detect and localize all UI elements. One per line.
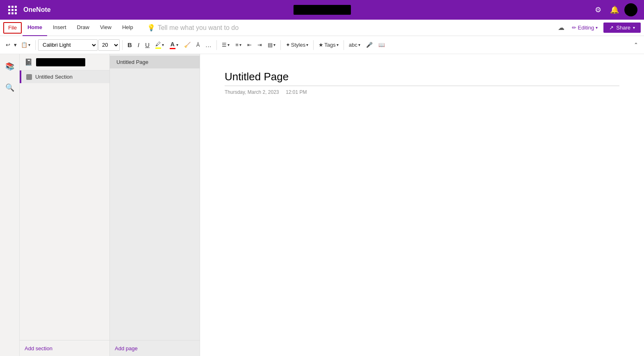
- numbered-list-icon: ≡: [235, 42, 239, 48]
- main-layout: 📚 🔍 📓 Untitled Section Add section Untit: [0, 54, 644, 356]
- divider-5: [313, 40, 314, 50]
- pencil-icon: ✏: [572, 25, 576, 31]
- clipboard-chevron-icon: ▾: [28, 43, 30, 47]
- app-name: OneNote: [23, 6, 51, 14]
- styles-icon: ✦: [286, 42, 290, 48]
- app-grid-button[interactable]: [7, 4, 18, 16]
- search-icon-button[interactable]: 🔍: [2, 80, 17, 95]
- file-menu-button[interactable]: File: [3, 22, 22, 34]
- decrease-indent-button[interactable]: ⇤: [245, 40, 254, 50]
- increase-indent-icon: ⇥: [257, 42, 262, 48]
- tab-home[interactable]: Home: [23, 20, 47, 36]
- clear-format-icon: Ā: [196, 42, 200, 48]
- sync-button[interactable]: ☁: [556, 22, 566, 33]
- pages-panel: Untitled Page Add page: [110, 54, 200, 356]
- notebook-back-button[interactable]: 📓: [25, 58, 33, 66]
- font-family-select[interactable]: Calibri Light Arial Times New Roman: [38, 39, 98, 51]
- spellcheck-chevron-icon: ▾: [358, 43, 360, 47]
- divider-3: [216, 40, 217, 50]
- sections-header: 📓: [20, 54, 109, 70]
- more-button[interactable]: ...: [203, 40, 214, 50]
- chevron-down-icon: ▾: [596, 25, 598, 30]
- highlight-indicator: 🖊: [155, 41, 161, 49]
- sidebar-icons: 📚 🔍: [0, 54, 20, 356]
- section-color-icon: [26, 74, 32, 80]
- highlight-button[interactable]: 🖊 ▾: [153, 39, 166, 50]
- page-item[interactable]: Untitled Page: [110, 56, 200, 68]
- divider-1: [35, 40, 36, 50]
- editing-label: Editing: [578, 25, 594, 31]
- dictate-button[interactable]: 🎤: [364, 40, 375, 50]
- tell-me-text: Tell me what you want to do: [158, 24, 239, 32]
- note-area: Untitled Page Thursday, March 2, 2023 12…: [200, 54, 644, 356]
- note-title[interactable]: Untitled Page: [225, 70, 619, 86]
- styles-label: Styles: [291, 42, 305, 48]
- text-color-button[interactable]: A ▾: [167, 39, 181, 51]
- notebook-name-redacted: [36, 58, 85, 66]
- section-item-label: Untitled Section: [35, 74, 73, 80]
- notebooks-icon-button[interactable]: 📚: [2, 59, 17, 74]
- share-icon: ↗: [609, 25, 614, 31]
- collapse-ribbon-button[interactable]: ⌃: [631, 40, 641, 50]
- add-page-button[interactable]: Add page: [115, 345, 138, 351]
- alignment-chevron-icon: ▾: [273, 43, 275, 47]
- collapse-icon: ⌃: [634, 42, 638, 48]
- undo-button[interactable]: ↩: [3, 40, 13, 50]
- note-date-text: Thursday, March 2, 2023 12:01 PM: [225, 89, 307, 95]
- tell-me-button[interactable]: 💡 Tell me what you want to do: [144, 22, 242, 33]
- underline-button[interactable]: U: [143, 40, 152, 50]
- immersive-reader-button[interactable]: 📖: [376, 40, 387, 50]
- microphone-icon: 🎤: [366, 42, 373, 48]
- numbered-list-chevron-icon: ▾: [239, 43, 241, 47]
- increase-indent-button[interactable]: ⇥: [255, 40, 264, 50]
- avatar[interactable]: [624, 3, 637, 16]
- numbered-list-button[interactable]: ≡ ▾: [233, 40, 244, 50]
- toolbar: ↩ ▾ 📋 ▾ Calibri Light Arial Times New Ro…: [0, 36, 644, 54]
- bold-button[interactable]: B: [125, 40, 134, 50]
- share-chevron-icon: ▾: [633, 25, 635, 30]
- divider-6: [344, 40, 344, 50]
- pages-footer: Add page: [110, 340, 200, 356]
- sections-footer: Add section: [20, 340, 109, 356]
- spellcheck-button[interactable]: abc ▾: [346, 40, 363, 50]
- add-section-button[interactable]: Add section: [25, 345, 52, 351]
- sections-panel: 📓 Untitled Section Add section: [20, 54, 110, 356]
- search-icon: 🔍: [5, 83, 14, 92]
- immersive-reader-icon: 📖: [378, 42, 385, 48]
- tab-draw[interactable]: Draw: [72, 20, 94, 36]
- title-bar: OneNote ⚙ 🔔: [0, 0, 644, 20]
- undo-group: ↩ ▾: [3, 40, 18, 50]
- spellcheck-label: abc: [349, 42, 357, 48]
- text-color-chevron-icon: ▾: [176, 43, 178, 47]
- clear-formatting-button[interactable]: Ā: [194, 40, 203, 50]
- share-button[interactable]: ↗ Share ▾: [603, 23, 641, 33]
- tab-help[interactable]: Help: [117, 20, 138, 36]
- font-size-select[interactable]: 20 10 12 14 16 18 24 28 36 48 72: [98, 39, 120, 51]
- tab-insert[interactable]: Insert: [48, 20, 71, 36]
- page-list: Untitled Page: [110, 54, 200, 340]
- settings-button[interactable]: ⚙: [592, 3, 605, 16]
- notifications-button[interactable]: 🔔: [608, 3, 621, 16]
- section-item[interactable]: Untitled Section: [20, 70, 109, 83]
- styles-button[interactable]: ✦ Styles ▾: [283, 40, 311, 50]
- divider-2: [122, 40, 123, 50]
- alignment-button[interactable]: ▤ ▾: [265, 40, 278, 50]
- bullet-list-chevron-icon: ▾: [228, 43, 230, 47]
- divider-4: [280, 40, 281, 50]
- lightbulb-icon: 💡: [147, 24, 155, 32]
- tags-label: Tags: [324, 42, 335, 48]
- highlight-chevron-icon: ▾: [162, 43, 164, 47]
- styles-chevron-icon: ▾: [306, 43, 308, 47]
- tags-icon: ★: [319, 42, 323, 48]
- tags-chevron-icon: ▾: [337, 43, 339, 47]
- italic-button[interactable]: I: [135, 40, 142, 50]
- eraser-button[interactable]: 🧹: [182, 40, 193, 50]
- note-content-area[interactable]: [225, 102, 619, 265]
- editing-mode-button[interactable]: ✏ Editing ▾: [569, 23, 601, 32]
- notebook-icon: 📓: [25, 59, 33, 66]
- tab-view[interactable]: View: [95, 20, 116, 36]
- bullet-list-button[interactable]: ☰ ▾: [219, 40, 232, 50]
- tags-button[interactable]: ★ Tags ▾: [316, 40, 341, 50]
- clipboard-button[interactable]: 📋 ▾: [18, 40, 33, 50]
- undo-dropdown[interactable]: ▾: [13, 41, 18, 49]
